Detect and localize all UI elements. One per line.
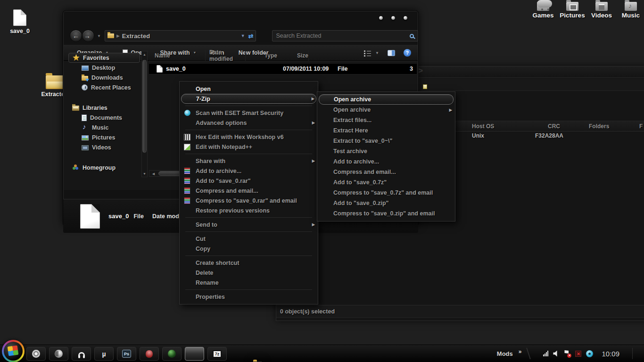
forward-button[interactable] bbox=[82, 30, 94, 42]
minimize-button[interactable] bbox=[379, 16, 383, 20]
sidebar-item-favorites[interactable]: Favorites bbox=[68, 53, 140, 63]
volume-icon[interactable] bbox=[553, 351, 559, 357]
submenu-item[interactable]: Test archive bbox=[317, 146, 455, 156]
search-input[interactable] bbox=[275, 32, 410, 40]
column-header[interactable]: F bbox=[639, 123, 643, 130]
desktop-icon-music[interactable]: Music bbox=[619, 2, 643, 19]
taskbar-app-chrome[interactable] bbox=[26, 347, 46, 361]
submenu-item[interactable]: Extract files... bbox=[317, 115, 455, 125]
context-menu-item[interactable]: Add to archive... bbox=[180, 166, 318, 176]
start-button[interactable] bbox=[2, 340, 25, 362]
taskbar-clock[interactable]: 10:09 bbox=[602, 350, 619, 358]
column-header[interactable]: Folders bbox=[589, 123, 609, 130]
breadcrumb[interactable]: Extracted bbox=[122, 33, 241, 40]
submenu-item[interactable]: Add to "save_0.zip" bbox=[317, 198, 455, 208]
scroll-down-icon[interactable]: ▼ bbox=[142, 171, 147, 177]
chrome-icon bbox=[32, 350, 40, 358]
sidebar-item-videos[interactable]: Videos bbox=[68, 142, 140, 152]
menu-item-label: Cut bbox=[193, 236, 309, 242]
sidebar-item-recent-places[interactable]: Recent Places bbox=[68, 82, 140, 92]
sidebar-item-homegroup[interactable]: Homegroup bbox=[68, 163, 140, 173]
close-button[interactable] bbox=[403, 16, 408, 20]
column-header[interactable]: Host OS bbox=[472, 123, 494, 130]
context-menu-item[interactable]: 7-Zip bbox=[181, 94, 316, 104]
taskbar-app-explorer[interactable] bbox=[185, 347, 204, 361]
toolbar-chevron-icon[interactable]: » bbox=[519, 348, 522, 355]
sidebar-item-documents[interactable]: Documents bbox=[68, 113, 140, 123]
sidebar-item-pictures[interactable]: Pictures bbox=[68, 132, 140, 142]
context-menu-item[interactable]: Create shortcut bbox=[180, 258, 318, 268]
maximize-button[interactable] bbox=[391, 16, 396, 20]
back-button[interactable] bbox=[70, 30, 82, 42]
context-menu-item[interactable]: Open bbox=[180, 84, 318, 94]
desktop-icon-save0[interactable]: save_0 bbox=[5, 9, 35, 34]
sidebar-item-label: Pictures bbox=[92, 134, 115, 141]
desktop-icon-games[interactable]: Games bbox=[531, 2, 555, 19]
title-bar[interactable] bbox=[63, 11, 418, 27]
context-menu-item[interactable]: Copy bbox=[180, 244, 318, 254]
context-menu-item[interactable]: Add to "save_0.rar" bbox=[180, 176, 318, 186]
column-header[interactable]: CRC bbox=[521, 123, 560, 130]
sidebar-item-music[interactable]: Music bbox=[68, 123, 140, 132]
column-header[interactable]: Date modified bbox=[206, 50, 246, 61]
submenu-item[interactable]: Extract to "save_0~\" bbox=[317, 136, 455, 146]
sidebar-scrollbar[interactable]: ▲ ▼ bbox=[141, 51, 148, 177]
address-dropdown-icon[interactable]: ▼ bbox=[241, 33, 245, 38]
taskbar-app-game[interactable] bbox=[140, 347, 159, 361]
submenu-item[interactable]: Add to "save_0.7z" bbox=[317, 177, 455, 188]
context-menu-item[interactable]: Properties bbox=[180, 292, 318, 302]
taskbar-app-utorrent[interactable]: µ bbox=[94, 347, 114, 361]
context-menu-item[interactable]: Share with bbox=[180, 156, 318, 166]
scrollbar-thumb[interactable] bbox=[142, 60, 147, 153]
alert-icon[interactable] bbox=[575, 351, 581, 357]
column-header[interactable]: Size bbox=[289, 50, 309, 61]
search-box[interactable] bbox=[272, 30, 418, 41]
recent-pages-dropdown-icon[interactable]: ▼ bbox=[97, 34, 101, 38]
sidebar-item-libraries[interactable]: Libraries bbox=[68, 103, 140, 113]
refresh-icon[interactable]: ⇄ bbox=[248, 33, 254, 40]
submenu-item[interactable]: Compress to "save_0.7z" and email bbox=[317, 188, 455, 198]
eset-tray-icon[interactable] bbox=[586, 350, 593, 357]
scroll-left-icon[interactable]: ◀ bbox=[150, 171, 157, 176]
taskbar-toolbar-label[interactable]: Mods bbox=[497, 350, 513, 357]
context-menu-item[interactable]: Edit with Notepad++ bbox=[180, 142, 318, 152]
submenu-item[interactable]: Open archive bbox=[317, 105, 455, 115]
sidebar-item-downloads[interactable]: Downloads bbox=[68, 73, 140, 82]
network-signal-icon[interactable] bbox=[543, 351, 548, 356]
submenu-item[interactable]: Open archive bbox=[319, 94, 454, 105]
search-icon[interactable] bbox=[410, 34, 414, 38]
context-menu-item[interactable]: Advanced options bbox=[180, 118, 318, 128]
submenu-item[interactable]: Compress to "save_0.zip" and email bbox=[317, 208, 455, 219]
taskbar-app-photoshop[interactable]: Ps bbox=[117, 347, 136, 361]
file-row[interactable]: save_0 07/09/2011 10:09 File 3 bbox=[149, 63, 417, 74]
taskbar-app-xbox[interactable] bbox=[162, 347, 182, 361]
context-menu-item[interactable]: Cut bbox=[180, 234, 318, 244]
sidebar-item-desktop[interactable]: Desktop bbox=[68, 63, 140, 73]
context-menu-item[interactable]: Compress and email... bbox=[180, 186, 318, 196]
context-menu-item[interactable]: Compress to "save_0.rar" and email bbox=[180, 196, 318, 206]
action-center-flag-icon[interactable] bbox=[564, 350, 570, 357]
context-menu-item[interactable]: Hex Edit with Hex Workshop v6 bbox=[180, 132, 318, 142]
desktop-icon-pictures[interactable]: Pictures bbox=[560, 2, 585, 19]
sevenzip-icon: 7z bbox=[213, 350, 222, 358]
taskbar-app-firefox[interactable] bbox=[49, 347, 68, 361]
taskbar-app-7zip[interactable]: 7z bbox=[207, 347, 227, 361]
context-menu-item[interactable]: Send to bbox=[180, 220, 318, 230]
column-header[interactable]: Type bbox=[246, 50, 289, 61]
submenu-arrow-icon bbox=[446, 108, 452, 112]
context-menu-item[interactable]: Scan with ESET Smart Security bbox=[180, 108, 318, 118]
show-desktop-button[interactable] bbox=[632, 348, 633, 359]
submenu-item[interactable]: Extract Here bbox=[317, 125, 455, 136]
window-controls bbox=[379, 16, 408, 20]
desktop-icon-videos[interactable]: Videos bbox=[589, 2, 614, 19]
context-menu-item[interactable]: Delete bbox=[180, 268, 318, 278]
scroll-up-icon[interactable]: ▲ bbox=[142, 51, 147, 58]
submenu-item[interactable]: Add to archive... bbox=[317, 156, 455, 167]
context-menu-item[interactable]: Restore previous versions bbox=[180, 206, 318, 215]
column-header[interactable]: Name bbox=[149, 50, 206, 61]
context-menu-item[interactable]: Rename bbox=[180, 278, 318, 288]
menu-item-label: Add to archive... bbox=[330, 158, 446, 165]
taskbar-app-audio[interactable] bbox=[72, 347, 91, 361]
submenu-item[interactable]: Compress and email... bbox=[317, 167, 455, 177]
address-bar[interactable]: ▶ Extracted ▼ ⇄ bbox=[105, 30, 256, 41]
